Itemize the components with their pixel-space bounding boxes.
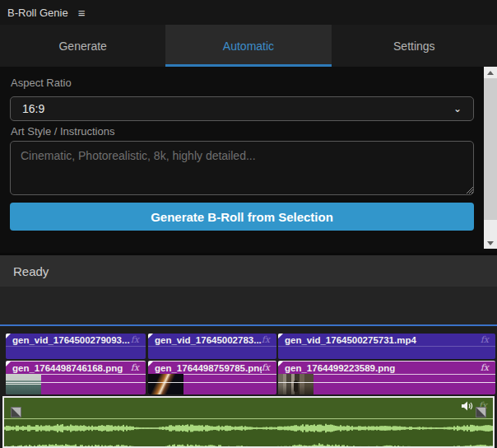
art-style-label: Art Style / Instructions	[11, 125, 114, 138]
fx-badge-icon: fx	[481, 362, 489, 373]
clip-name: gen_vid_1764500279093...	[12, 335, 131, 345]
fx-badge-icon: fx	[262, 362, 270, 373]
status-text: Ready	[13, 264, 49, 278]
audio-clip[interactable]: fx	[2, 396, 495, 448]
video-clip-2[interactable]: gen_vid_17645002783... fx	[148, 334, 276, 359]
panel-titlebar: B-Roll Genie ≡	[0, 0, 497, 25]
clip-thumbnail-comet	[148, 374, 183, 394]
clip-name: gen_vid_17645002783...	[155, 335, 262, 345]
tab-generate[interactable]: Generate	[0, 25, 165, 67]
opacity-rubber-band[interactable]	[278, 382, 495, 383]
clip-corner-marker	[6, 334, 11, 338]
fade-in-handle[interactable]	[11, 407, 21, 418]
image-clip-3[interactable]: gen_1764499223589.png fx	[278, 361, 495, 394]
clip-corner-marker	[278, 362, 283, 366]
aspect-ratio-select[interactable]: 16:9 ⌄	[10, 96, 474, 121]
chevron-down-icon: ⌄	[453, 103, 462, 114]
clip-name: gen_1764498759785.png	[155, 363, 262, 373]
waveform-channel-1	[4, 422, 493, 435]
fade-out-handle[interactable]	[476, 407, 486, 418]
tab-automatic[interactable]: Automatic	[165, 25, 331, 67]
clip-name: gen_vid_1764500275731.mp4	[285, 335, 481, 345]
scroll-up-arrow-icon[interactable]	[484, 67, 497, 78]
image-clip-1[interactable]: gen_1764498746168.png fx	[6, 361, 146, 394]
scroll-down-arrow-icon[interactable]	[484, 237, 497, 249]
status-section-background	[0, 287, 497, 324]
art-style-input[interactable]	[10, 141, 474, 195]
clip-name: gen_1764499223589.png	[285, 363, 481, 373]
tab-settings[interactable]: Settings	[332, 25, 497, 67]
fx-badge-icon: fx	[481, 334, 489, 345]
fx-badge-icon: fx	[131, 362, 139, 373]
video-clip-3[interactable]: gen_vid_1764500275731.mp4 fx	[278, 334, 495, 359]
timeline-panel: gen_vid_1764500279093... fx gen_vid_1764…	[0, 326, 497, 448]
opacity-rubber-band[interactable]	[6, 382, 146, 383]
scrollbar-thumb[interactable]	[484, 78, 497, 220]
clip-thumbnail-street	[278, 374, 314, 394]
panel-title: B-Roll Genie	[7, 7, 68, 19]
waveform-channel-2	[4, 441, 493, 448]
video-clip-1[interactable]: gen_vid_1764500279093... fx	[6, 334, 146, 359]
tab-bar: Generate Automatic Settings	[0, 25, 497, 67]
audio-clip-header	[4, 398, 493, 419]
generate-broll-button[interactable]: Generate B-Roll from Selection	[10, 203, 474, 231]
status-bar: Ready	[0, 255, 497, 287]
opacity-rubber-band[interactable]	[148, 382, 276, 383]
clip-corner-marker	[278, 334, 283, 338]
clip-corner-marker	[6, 362, 11, 366]
speaker-icon	[462, 401, 473, 411]
clip-thumbnail-ocean	[6, 374, 41, 394]
fx-badge-icon: fx	[131, 334, 139, 345]
automatic-form: Aspect Ratio 16:9 ⌄ Art Style / Instruct…	[0, 67, 497, 253]
hamburger-menu-icon[interactable]: ≡	[78, 6, 86, 20]
clip-corner-marker	[148, 362, 153, 366]
scrollbar[interactable]	[484, 67, 497, 249]
clip-name: gen_1764498746168.png	[12, 363, 131, 373]
fx-badge-icon: fx	[262, 334, 270, 345]
aspect-ratio-value: 16:9	[22, 102, 44, 115]
clip-corner-marker	[148, 334, 153, 338]
image-clip-2[interactable]: gen_1764498759785.png fx	[148, 361, 276, 394]
aspect-ratio-label: Aspect Ratio	[11, 77, 72, 89]
